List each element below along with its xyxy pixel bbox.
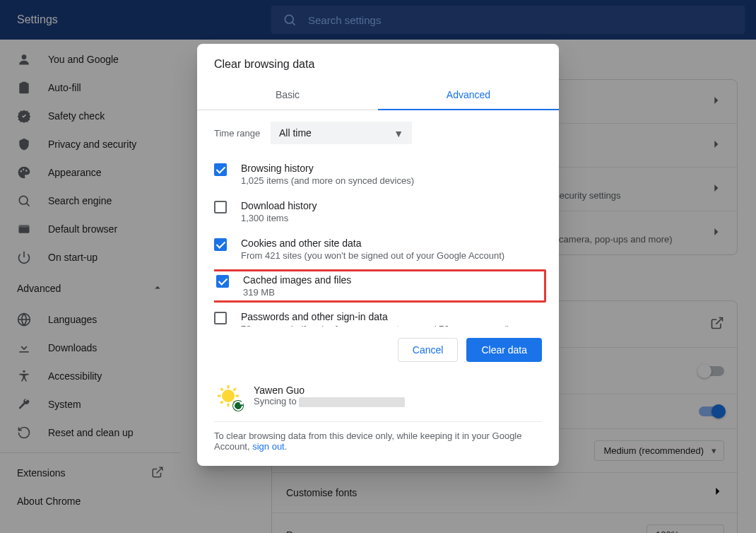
tab-advanced[interactable]: Advanced [378, 81, 559, 110]
checkbox[interactable] [214, 201, 227, 213]
user-name: Yawen Guo [254, 385, 405, 396]
time-range-label: Time range [214, 128, 271, 139]
sign-out-link[interactable]: sign out [252, 441, 285, 452]
checkbox-sublabel: 319 MB [243, 287, 351, 298]
cancel-button[interactable]: Cancel [398, 338, 459, 362]
checkbox-label: Browsing history [241, 163, 414, 174]
dialog-footer: Yawen Guo Syncing to To clear browsing d… [197, 373, 559, 466]
sync-account-row: Yawen Guo Syncing to [214, 373, 542, 422]
checkbox-label: Passwords and other sign-in data [241, 311, 510, 322]
checkbox[interactable] [214, 163, 227, 176]
checkbox-sublabel: 1,025 items (and more on synced devices) [241, 175, 414, 186]
checkbox-sublabel: 1,300 items [241, 213, 317, 223]
dialog-tabs: Basic Advanced [197, 81, 559, 110]
checkbox[interactable] [216, 275, 229, 288]
checkbox-row: Download history1,300 items [214, 193, 542, 230]
checkbox-row: Cookies and other site dataFrom 421 site… [214, 230, 542, 268]
sync-badge-icon [232, 400, 244, 411]
sync-status: Syncing to [254, 396, 405, 407]
footer-period: . [285, 441, 288, 452]
time-range-select[interactable]: All time ▼ [271, 122, 412, 144]
checkbox-sublabel: From 421 sites (you won't be signed out … [241, 250, 504, 261]
tab-basic[interactable]: Basic [197, 81, 378, 110]
svg-line-28 [220, 388, 223, 390]
dropdown-icon: ▼ [394, 128, 403, 139]
checkbox-row: Passwords and other sign-in data78 passw… [214, 304, 542, 327]
dialog-actions: Cancel Clear data [197, 327, 559, 373]
checkbox[interactable] [214, 238, 227, 251]
checkbox-row: Browsing history1,025 items (and more on… [214, 156, 542, 193]
footer-note: To clear browsing data from this device … [214, 430, 542, 452]
checkbox-label: Download history [241, 200, 317, 211]
checkbox-label: Cookies and other site data [241, 238, 504, 249]
dialog-scroll-area[interactable]: Time range All time ▼ Browsing history1,… [214, 122, 553, 327]
clear-browsing-data-dialog: Clear browsing data Basic Advanced Time … [197, 44, 559, 466]
svg-line-30 [220, 402, 223, 404]
time-range-row: Time range All time ▼ [214, 122, 542, 144]
modal-overlay[interactable]: Clear browsing data Basic Advanced Time … [0, 0, 756, 533]
redacted-email [299, 397, 405, 407]
svg-line-31 [234, 388, 236, 390]
checkbox-sublabel: 78 passwords (for ahrefs.com, ezyspot.co… [241, 324, 510, 327]
avatar [214, 382, 242, 410]
time-range-value: All time [279, 127, 312, 139]
clear-data-button[interactable]: Clear data [466, 338, 542, 362]
checkbox-label: Cached images and files [243, 274, 351, 286]
dialog-title: Clear browsing data [197, 44, 559, 71]
checkbox-row: Cached images and files319 MB [214, 269, 546, 303]
sync-label: Syncing to [254, 396, 299, 406]
checkbox[interactable] [214, 312, 227, 324]
